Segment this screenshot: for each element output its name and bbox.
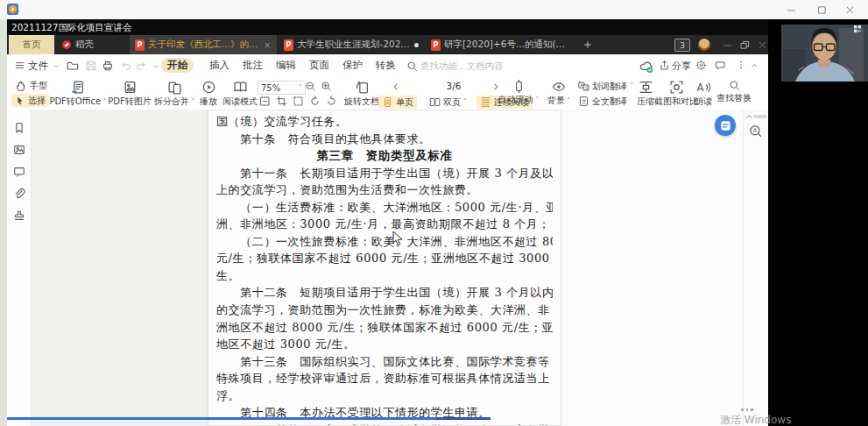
hand-icon: [15, 80, 27, 92]
cloud-sync-icon[interactable]: [639, 60, 653, 74]
wps-menubar: 文件 开始 插入 批注 编辑 页面 保护 转换 查找功能，文档内容 分享: [7, 54, 768, 78]
hand-tool-button[interactable]: 手型: [11, 79, 51, 92]
read-mode-button[interactable]: 阅读模式: [220, 80, 260, 108]
plus-icon: [582, 39, 593, 50]
menu-tab-convert[interactable]: 转换: [370, 58, 402, 73]
full-translate-button[interactable]: 文 全文翻译: [575, 95, 631, 108]
save-icon[interactable]: [83, 59, 99, 73]
menu-tab-insert[interactable]: 插入: [203, 58, 236, 73]
word-translate-button[interactable]: A文 划词翻译˅: [575, 80, 637, 93]
page-indicator[interactable]: 3/6: [436, 81, 471, 91]
zoom-in-icon[interactable]: [321, 81, 332, 92]
assistant-button[interactable]: [715, 115, 736, 136]
tab-list-button[interactable]: 3: [674, 39, 690, 52]
meeting-title: 20211127国际化项目宣讲会: [11, 22, 131, 32]
pdf-to-office-button[interactable]: PDF转Office ˅: [49, 80, 107, 108]
print-icon[interactable]: [100, 59, 116, 73]
file-menu-chevron-icon[interactable]: [53, 62, 60, 70]
pdf-to-image-button[interactable]: PDF转图片: [103, 80, 156, 108]
search-icon[interactable]: [406, 60, 418, 72]
fit-width-icon[interactable]: [293, 96, 304, 107]
share-icon[interactable]: [659, 60, 670, 71]
split-merge-button[interactable]: 拆分合并 ˅: [150, 80, 199, 108]
feedback-icon[interactable]: [715, 60, 726, 71]
bookmark-panel-icon[interactable]: [12, 121, 25, 134]
single-page-button[interactable]: 单页: [378, 96, 417, 109]
tab-document-2[interactable]: P 大学生职业生涯规划-2021春季学期: [279, 35, 424, 54]
find-replace-button[interactable]: 查找替换: [713, 80, 755, 104]
select-tool-button[interactable]: 选择: [11, 94, 49, 107]
attachment-panel-icon[interactable]: [12, 187, 25, 200]
open-file-icon[interactable]: [65, 59, 81, 73]
background-button[interactable]: 背景 ˅: [543, 80, 575, 107]
hamburger-icon[interactable]: [14, 60, 25, 71]
tab-home[interactable]: 首页: [9, 35, 54, 54]
doc-line: 国（境）交流学习任务。: [216, 114, 553, 131]
tab-document-3[interactable]: P 研字[2020]+6号...的通知(签章).pdf: [426, 35, 573, 54]
user-avatar[interactable]: [698, 39, 710, 51]
double-page-icon: [429, 96, 441, 108]
stamp-panel-icon[interactable]: [12, 209, 25, 222]
wps-restore-button[interactable]: [739, 39, 751, 51]
auto-scroll-button[interactable]: 自动滚动 ˅: [496, 80, 541, 106]
redo-icon[interactable]: [133, 59, 149, 73]
zoom-out-icon[interactable]: [305, 81, 316, 92]
screenshot-icon: [669, 80, 684, 95]
play-label: 播放: [200, 96, 217, 108]
more-dots-indicator[interactable]: [741, 408, 753, 411]
doc-heading: 第三章 资助类型及标准: [216, 148, 553, 166]
tab-close-icon[interactable]: ×: [264, 40, 271, 50]
menu-tab-protect[interactable]: 保护: [336, 58, 369, 73]
tab-document-1[interactable]: P 关于印发《西北工...》的通知.pdf ×: [130, 35, 277, 54]
svg-text:文: 文: [582, 98, 587, 104]
auto-scroll-icon: [512, 80, 526, 93]
prev-page-icon[interactable]: [391, 82, 401, 92]
player-close-button[interactable]: [843, 3, 857, 17]
doc-line: 第十二条 短期项目适用于学生出国（境）开展 3 个月以内: [216, 285, 553, 302]
doc-line: 第十条 符合项目的其他具体要求。: [216, 131, 553, 149]
comment-panel-icon[interactable]: [12, 165, 25, 178]
undo-icon[interactable]: [118, 59, 134, 73]
menu-tab-start[interactable]: 开始: [161, 58, 194, 73]
search-input[interactable]: 查找功能，文档内容: [420, 60, 504, 73]
webcam-layout-icon[interactable]: [853, 25, 862, 33]
document-viewer: 国（境）交流学习任务。 第十条 符合项目的其他具体要求。 第三章 资助类型及标准…: [7, 110, 768, 426]
read-aloud-button[interactable]: A 朗读: [692, 80, 715, 108]
rotate-doc-button[interactable]: 旋转文档: [342, 80, 382, 108]
find-replace-icon: [729, 80, 740, 91]
play-button[interactable]: 播放: [195, 80, 222, 108]
pdf-icon: P: [135, 39, 145, 51]
fit-page-icon[interactable]: [276, 96, 287, 107]
menu-tab-annotate[interactable]: 批注: [236, 58, 269, 73]
doc-line: 第十一条 长期项目适用于学生出国（境）开展 3 个月及以: [216, 166, 553, 183]
actual-size-icon[interactable]: [259, 96, 271, 107]
select-tool-label: 选择: [28, 95, 46, 107]
sidebar-scroll-indicator[interactable]: [753, 115, 767, 118]
wps-close-button[interactable]: [757, 39, 768, 51]
assistant-icon: [719, 119, 732, 132]
sidebar-search-icon[interactable]: A: [749, 124, 763, 138]
menu-tab-edit[interactable]: 编辑: [270, 58, 302, 73]
thumbnail-panel-icon[interactable]: [12, 143, 25, 156]
play-icon: [201, 80, 216, 95]
rotate-left-icon[interactable]: [309, 96, 321, 107]
zoom-select[interactable]: 75% ˅: [258, 81, 306, 95]
new-tab-button[interactable]: [578, 35, 597, 54]
read-aloud-icon: A: [696, 80, 711, 95]
tab-docer[interactable]: 稻壳: [56, 35, 128, 54]
share-button[interactable]: 分享: [672, 60, 691, 73]
menu-tab-page[interactable]: 页面: [303, 58, 335, 73]
collapse-ribbon-icon[interactable]: [750, 60, 759, 70]
player-maximize-button[interactable]: [815, 3, 829, 17]
rotate-right-icon[interactable]: [326, 96, 337, 107]
double-page-button[interactable]: 双页˅: [426, 96, 470, 109]
player-progress-bar[interactable]: [7, 417, 490, 420]
more-icon[interactable]: [736, 60, 746, 70]
player-minimize-button[interactable]: [784, 3, 798, 17]
gear-icon[interactable]: [695, 60, 707, 71]
background-label: 背景: [547, 96, 565, 105]
tab-document-3-title: 研字[2020]+6号...的通知(签章).pdf: [444, 39, 567, 51]
wps-minimize-button[interactable]: [722, 39, 733, 51]
file-menu[interactable]: 文件: [28, 60, 48, 73]
zoom-value: 75%: [261, 83, 280, 93]
